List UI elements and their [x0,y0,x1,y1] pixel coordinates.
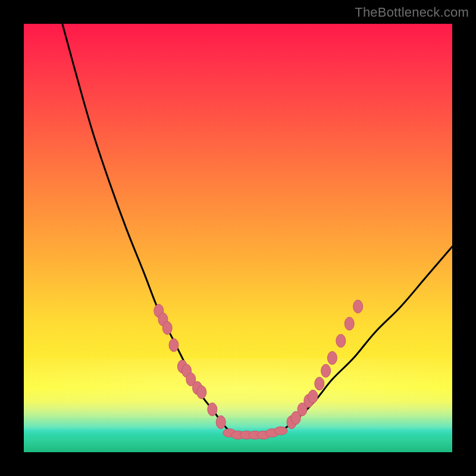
data-marker [353,300,363,313]
data-marker [197,386,206,399]
chart-stage: TheBottleneck.com [0,0,476,476]
data-marker [169,339,178,352]
markers-left [154,304,226,428]
data-marker [274,427,287,435]
data-marker [345,317,354,330]
chart-svg [24,24,452,452]
markers-bottom [223,427,287,439]
markers-right [287,300,363,428]
bottleneck-curve [62,24,452,436]
data-marker [216,416,226,429]
data-marker [327,352,337,365]
data-marker [208,403,217,416]
data-marker [308,390,318,403]
data-marker [162,321,172,334]
plot-area [24,24,452,452]
watermark-text: TheBottleneck.com [355,5,469,20]
data-marker [315,377,324,390]
data-marker [336,334,346,347]
data-marker [321,364,331,377]
